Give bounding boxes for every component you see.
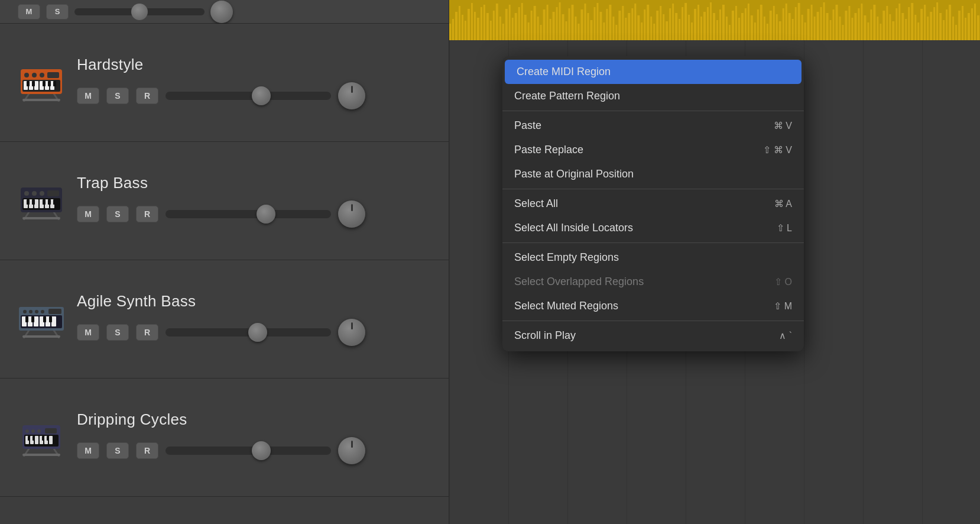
dripping-cycles-volume-slider[interactable] [166, 447, 331, 455]
agile-synth-solo-btn[interactable]: S [106, 324, 129, 341]
agile-synth-volume-slider[interactable] [166, 328, 331, 337]
dripping-cycles-name: Dripping Cycles [77, 410, 365, 429]
menu-item-paste-original[interactable]: Paste at Original Position [502, 162, 804, 186]
svg-point-55 [23, 310, 27, 313]
svg-rect-62 [22, 454, 60, 456]
svg-rect-101 [515, 13, 517, 40]
svg-rect-189 [792, 19, 794, 40]
track-row-dripping-cycles: Dripping Cycles M S R [0, 379, 449, 497]
hardstyle-volume-slider[interactable] [166, 92, 331, 100]
menu-item-paste[interactable]: Paste ⌘ V [502, 114, 804, 138]
dripping-cycles-mute-btn[interactable]: M [77, 442, 99, 459]
svg-rect-88 [474, 12, 476, 40]
svg-rect-92 [486, 13, 489, 40]
dripping-cycles-record-btn[interactable]: R [136, 442, 158, 459]
dripping-cycles-controls: M S R [77, 437, 365, 464]
svg-rect-190 [795, 7, 797, 40]
menu-item-select-overlapped-label: Select Overlapped Regions [514, 276, 644, 288]
svg-rect-53 [43, 316, 46, 322]
svg-rect-148 [663, 14, 664, 40]
svg-rect-7 [34, 81, 38, 90]
svg-rect-186 [783, 8, 784, 40]
svg-rect-133 [615, 25, 617, 40]
svg-rect-247 [974, 4, 976, 40]
svg-rect-206 [845, 11, 848, 40]
svg-point-77 [37, 429, 41, 433]
svg-rect-149 [666, 21, 668, 40]
menu-sep-3 [502, 242, 804, 243]
top-pan-knob[interactable] [210, 1, 233, 23]
svg-rect-13 [43, 81, 46, 86]
svg-rect-211 [861, 4, 862, 40]
svg-rect-240 [952, 17, 954, 40]
hardstyle-record-btn[interactable]: R [136, 88, 158, 104]
svg-rect-50 [51, 316, 56, 326]
svg-rect-96 [499, 17, 501, 40]
menu-item-select-inside[interactable]: Select All Inside Locators ⇧ L [502, 216, 804, 240]
trap-bass-record-btn[interactable]: R [136, 206, 158, 222]
svg-rect-160 [700, 17, 702, 40]
agile-synth-mute-btn[interactable]: M [77, 324, 99, 341]
svg-rect-115 [559, 2, 561, 40]
hardstyle-track-info: Hardstyle M S R [77, 56, 365, 109]
menu-item-create-pattern[interactable]: Create Pattern Region [502, 84, 804, 108]
svg-rect-155 [684, 3, 687, 40]
svg-rect-231 [924, 5, 926, 40]
svg-rect-150 [669, 8, 671, 40]
hardstyle-mute-btn[interactable]: M [77, 88, 99, 104]
svg-rect-107 [534, 6, 536, 40]
svg-point-76 [31, 429, 35, 433]
menu-item-select-empty[interactable]: Select Empty Regions [502, 245, 804, 270]
svg-rect-239 [949, 5, 951, 40]
trap-bass-solo-btn[interactable]: S [106, 206, 129, 222]
svg-rect-243 [962, 6, 963, 40]
trap-bass-icon [18, 179, 65, 223]
hardstyle-name: Hardstyle [77, 56, 365, 74]
svg-rect-82 [455, 12, 457, 40]
svg-rect-193 [804, 22, 806, 40]
svg-rect-238 [946, 9, 947, 40]
trap-bass-pan-knob[interactable] [338, 200, 365, 228]
top-solo-btn[interactable]: S [46, 4, 69, 20]
svg-rect-74 [47, 436, 49, 441]
svg-rect-106 [531, 11, 533, 40]
menu-item-scroll-play[interactable]: Scroll in Play ∧ ` [502, 324, 804, 348]
svg-rect-210 [858, 8, 859, 40]
svg-rect-248 [977, 15, 979, 40]
menu-item-paste-replace[interactable]: Paste Replace ⇧ ⌘ V [502, 138, 804, 162]
svg-rect-180 [764, 17, 765, 40]
svg-rect-198 [820, 7, 822, 40]
menu-item-scroll-play-label: Scroll in Play [514, 329, 576, 342]
svg-rect-170 [732, 11, 734, 40]
menu-item-select-muted[interactable]: Select Muted Regions ⇧ M [502, 294, 804, 318]
svg-rect-11 [27, 81, 30, 86]
svg-rect-177 [754, 22, 756, 40]
svg-rect-181 [767, 24, 768, 40]
svg-rect-93 [490, 21, 492, 40]
svg-rect-27 [34, 199, 38, 208]
svg-rect-84 [462, 15, 463, 40]
trap-bass-volume-slider[interactable] [166, 210, 331, 218]
hardstyle-solo-btn[interactable]: S [106, 88, 129, 104]
menu-item-select-all[interactable]: Select All ⌘ A [502, 192, 804, 216]
svg-rect-31 [27, 199, 30, 205]
svg-rect-126 [593, 7, 595, 40]
svg-point-37 [32, 191, 37, 196]
svg-rect-165 [716, 20, 718, 40]
menu-item-select-muted-label: Select Muted Regions [514, 300, 618, 312]
agile-synth-pan-knob[interactable] [338, 319, 365, 346]
top-mute-btn[interactable]: M [18, 4, 40, 20]
trap-bass-mute-btn[interactable]: M [77, 206, 99, 222]
svg-rect-168 [726, 17, 728, 40]
hardstyle-pan-knob[interactable] [338, 82, 365, 109]
dripping-cycles-pan-knob[interactable] [338, 437, 365, 464]
trap-bass-controls: M S R [77, 200, 365, 228]
svg-rect-241 [955, 25, 957, 40]
menu-item-create-midi[interactable]: Create MIDI Region [505, 60, 801, 84]
svg-rect-229 [917, 22, 919, 40]
svg-rect-209 [854, 13, 856, 40]
top-volume-slider[interactable] [74, 8, 205, 15]
agile-synth-record-btn[interactable]: R [136, 324, 158, 341]
dripping-cycles-solo-btn[interactable]: S [106, 442, 129, 459]
svg-rect-119 [572, 5, 574, 40]
